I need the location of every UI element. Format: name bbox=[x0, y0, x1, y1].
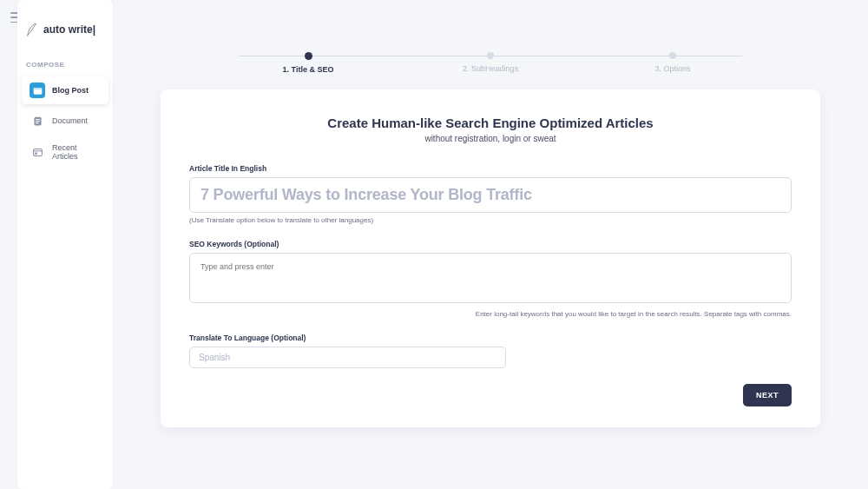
document-icon bbox=[30, 113, 45, 129]
title-hint: (Use Translate option below to translate… bbox=[189, 216, 792, 224]
translate-group: Translate To Language (Optional) bbox=[189, 334, 792, 368]
svg-rect-4 bbox=[36, 119, 40, 120]
svg-rect-6 bbox=[36, 122, 38, 123]
stepper: 1. Title & SEO 2. SubHeadings 3. Options bbox=[217, 52, 764, 74]
seo-group: SEO Keywords (Optional) Enter long-tail … bbox=[189, 240, 792, 318]
form-card: Create Human-like Search Engine Optimize… bbox=[161, 89, 820, 427]
sidebar-item-label: Document bbox=[52, 116, 88, 125]
card-heading: Create Human-like Search Engine Optimize… bbox=[189, 116, 792, 130]
sidebar-item-label: Recent Articles bbox=[52, 143, 101, 161]
next-button[interactable]: NEXT bbox=[743, 384, 792, 406]
sidebar-item-blog-post[interactable]: Blog Post bbox=[22, 76, 108, 104]
main-content: 1. Title & SEO 2. SubHeadings 3. Options… bbox=[130, 43, 851, 489]
step-label: 1. Title & SEO bbox=[283, 65, 334, 74]
logo-feather-icon bbox=[26, 23, 38, 36]
brand: auto write| bbox=[17, 17, 113, 54]
title-label: Article Title In English bbox=[189, 164, 792, 173]
step-options[interactable]: 3. Options bbox=[582, 52, 764, 73]
translate-label: Translate To Language (Optional) bbox=[189, 334, 792, 342]
seo-label: SEO Keywords (Optional) bbox=[189, 240, 792, 248]
article-title-input[interactable] bbox=[189, 177, 792, 213]
seo-hint: Enter long-tail keywords that you would … bbox=[189, 310, 792, 318]
blog-post-icon bbox=[30, 83, 45, 98]
translate-language-input[interactable] bbox=[189, 347, 506, 368]
step-label: 3. Options bbox=[654, 64, 690, 73]
svg-rect-7 bbox=[33, 149, 42, 155]
card-subtitle: without registration, login or sweat bbox=[189, 134, 792, 143]
step-dot-icon bbox=[487, 52, 494, 59]
step-title-seo[interactable]: 1. Title & SEO bbox=[217, 52, 399, 74]
step-dot-icon bbox=[305, 52, 312, 60]
sidebar-section-label: COMPOSE bbox=[17, 54, 113, 74]
card-footer: NEXT bbox=[189, 384, 792, 406]
recent-icon bbox=[30, 144, 45, 160]
brand-name: auto write| bbox=[43, 23, 95, 36]
title-group: Article Title In English (Use Translate … bbox=[189, 164, 792, 224]
step-dot-icon bbox=[669, 52, 676, 59]
step-label: 2. SubHeadings bbox=[463, 64, 518, 73]
sidebar-item-document[interactable]: Document bbox=[22, 107, 108, 135]
svg-rect-2 bbox=[33, 88, 42, 89]
seo-keywords-input[interactable] bbox=[189, 253, 792, 303]
sidebar-item-recent-articles[interactable]: Recent Articles bbox=[22, 137, 108, 167]
sidebar: auto write| COMPOSE Blog Post Document bbox=[17, 0, 113, 489]
step-subheadings[interactable]: 2. SubHeadings bbox=[399, 52, 582, 73]
sidebar-item-label: Blog Post bbox=[52, 86, 89, 95]
svg-rect-9 bbox=[35, 152, 36, 154]
svg-rect-5 bbox=[36, 121, 40, 122]
